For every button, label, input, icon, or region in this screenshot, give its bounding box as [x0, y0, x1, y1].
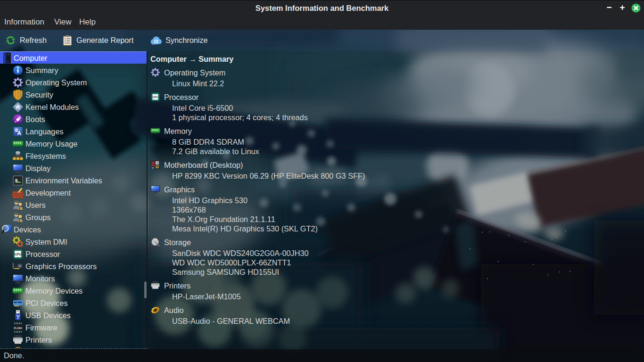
svg-text:CPU: CPU	[15, 253, 21, 256]
svg-text:FLASH: FLASH	[14, 327, 22, 329]
svg-text:$: $	[15, 178, 18, 184]
svg-text:CPU: CPU	[152, 96, 158, 99]
